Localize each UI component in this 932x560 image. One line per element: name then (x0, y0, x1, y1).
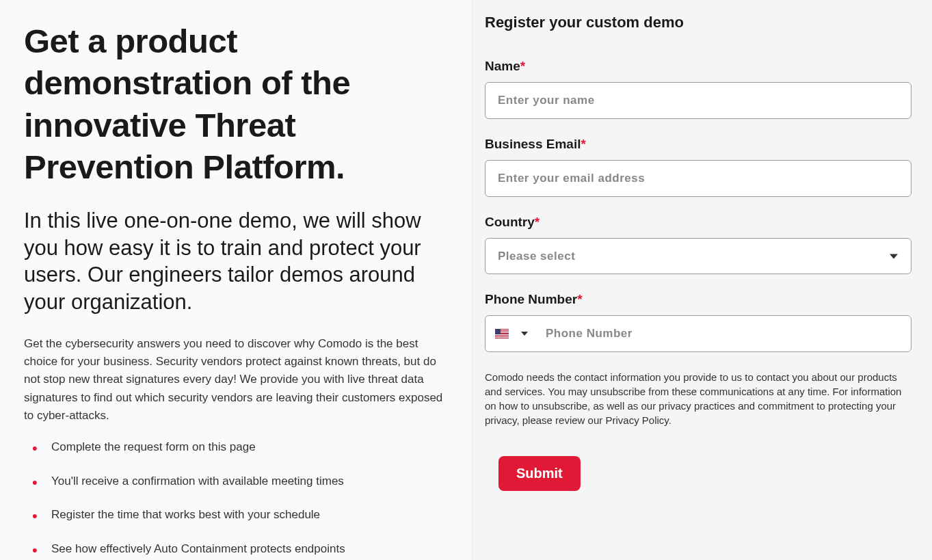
form-title: Register your custom demo (485, 14, 911, 31)
required-asterisk: * (581, 137, 585, 151)
phone-label-text: Phone Number (485, 292, 577, 306)
form-group-phone: Phone Number* (485, 292, 911, 352)
name-label-text: Name (485, 59, 520, 73)
phone-input-wrapper (485, 315, 911, 352)
sub-heading: In this live one-on-one demo, we will sh… (24, 207, 444, 316)
list-item: Complete the request form on this page (38, 438, 444, 456)
list-item: Register the time that works best with y… (38, 506, 444, 524)
email-input[interactable] (485, 160, 911, 197)
name-label: Name* (485, 59, 911, 74)
name-input[interactable] (485, 82, 911, 119)
required-asterisk: * (577, 292, 582, 306)
form-group-country: Country* Please select (485, 215, 911, 274)
country-select[interactable]: Please select (485, 238, 911, 274)
us-flag-icon (495, 329, 509, 338)
country-select-wrapper: Please select (485, 238, 911, 274)
form-panel: Register your custom demo Name* Business… (472, 0, 932, 560)
phone-input[interactable] (537, 316, 911, 351)
email-label-text: Business Email (485, 137, 581, 151)
body-text: Get the cybersecurity answers you need t… (24, 335, 444, 425)
main-heading: Get a product demonstration of the innov… (24, 21, 444, 188)
email-label: Business Email* (485, 137, 911, 152)
country-label: Country* (485, 215, 911, 230)
form-group-name: Name* (485, 59, 911, 119)
page-container: Get a product demonstration of the innov… (0, 0, 932, 560)
phone-country-selector[interactable] (485, 329, 537, 338)
bullet-list: Complete the request form on this page Y… (24, 438, 444, 557)
list-item: See how effectively Auto Containment pro… (38, 540, 444, 558)
required-asterisk: * (535, 215, 540, 229)
content-panel: Get a product demonstration of the innov… (0, 0, 472, 560)
form-group-email: Business Email* (485, 137, 911, 197)
required-asterisk: * (520, 59, 525, 73)
privacy-text: Comodo needs the contact information you… (485, 370, 911, 427)
submit-button[interactable]: Submit (498, 456, 581, 491)
phone-label: Phone Number* (485, 292, 911, 307)
chevron-down-icon (521, 332, 528, 336)
list-item: You'll receive a confirmation with avail… (38, 472, 444, 490)
country-label-text: Country (485, 215, 535, 229)
